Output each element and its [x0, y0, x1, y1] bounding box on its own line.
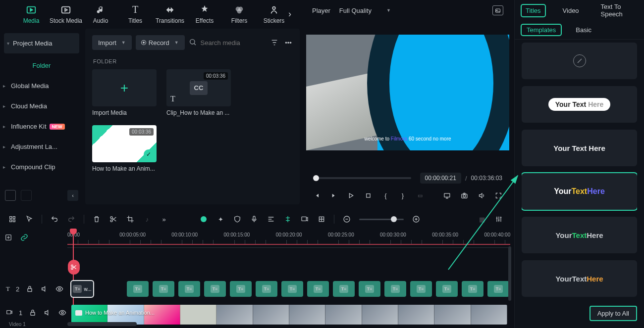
top-more-chevron-icon[interactable]: › — [285, 0, 295, 28]
snapshot-icon[interactable] — [492, 5, 503, 15]
link-icon[interactable] — [20, 233, 29, 242]
title-clip[interactable]: T≡ — [178, 281, 200, 297]
music-icon[interactable]: ♪ — [143, 215, 152, 224]
media-card-clip[interactable]: 00:03:36 CC T Clip_How to Make an ... — [166, 69, 231, 116]
search-input[interactable] — [201, 39, 266, 47]
track-lock-icon[interactable] — [25, 284, 34, 293]
track-mute-icon[interactable] — [40, 284, 49, 293]
filter-icon[interactable] — [270, 38, 279, 47]
track-visible-icon[interactable] — [55, 284, 64, 293]
sidebar-item-global-media[interactable]: ▸ Global Media — [0, 76, 83, 96]
title-clip[interactable]: T≡ — [359, 281, 380, 297]
sidebar-item-folder[interactable]: Folder — [0, 55, 83, 76]
title-clip[interactable]: T≡ — [230, 281, 252, 297]
title-clip[interactable]: T≡ — [153, 281, 174, 297]
zoom-in-icon[interactable] — [412, 215, 421, 224]
smart-cut-icon[interactable] — [283, 215, 292, 224]
media-card-video[interactable]: 00:03:36 ✓ How to Make an Anim... — [92, 125, 157, 172]
ai-icon[interactable] — [199, 215, 208, 224]
prev-frame-icon[interactable] — [313, 191, 321, 200]
mark-in-icon[interactable]: { — [382, 191, 389, 200]
sidebar-item-project-media[interactable]: ▾ Project Media — [4, 33, 79, 53]
fullscreen-icon[interactable] — [495, 191, 502, 200]
select-tool-icon[interactable] — [8, 215, 17, 224]
track-mute-icon[interactable] — [43, 308, 52, 317]
title-clip[interactable]: T≡ — [281, 281, 303, 297]
track-lock-icon[interactable] — [28, 308, 37, 317]
top-tab-filters[interactable]: Filters — [222, 0, 257, 28]
title-clip[interactable]: T≡ — [487, 281, 509, 297]
template-pill[interactable]: Your Text Here — [522, 86, 637, 123]
title-clip[interactable]: T≡w... — [71, 281, 93, 297]
top-tab-stock[interactable]: Stock Media — [49, 0, 83, 28]
more-icon[interactable]: ••• — [284, 38, 293, 47]
sidebar-item-compound-clip[interactable]: ▸ Compound Clip — [0, 157, 83, 177]
subtitle-icon[interactable] — [267, 215, 275, 224]
title-clip[interactable]: T≡ — [462, 281, 483, 297]
delete-icon[interactable] — [92, 215, 101, 224]
display-icon[interactable] — [443, 191, 451, 200]
rtab-video[interactable]: Video — [559, 5, 583, 16]
rsub-basic[interactable]: Basic — [571, 25, 596, 35]
track-visible-icon[interactable] — [58, 308, 67, 317]
top-tab-media[interactable]: Media — [14, 0, 49, 28]
import-dropdown[interactable]: Import▼ — [92, 35, 132, 50]
sparkle-icon[interactable]: ✦ — [216, 215, 225, 224]
ratio-icon[interactable]: ▭ — [416, 191, 424, 200]
top-tab-audio[interactable]: Audio — [83, 0, 118, 28]
stop-icon[interactable] — [365, 191, 372, 200]
template-rainbow[interactable]: Your Text Here — [522, 173, 637, 210]
title-track-body[interactable]: T≡w...T≡T≡T≡T≡T≡T≡T≡T≡T≡T≡T≡T≡T≡T≡T≡ — [67, 280, 507, 298]
top-tab-titles[interactable]: T Titles — [118, 0, 153, 28]
marker-icon[interactable] — [317, 215, 326, 224]
mark-out-icon[interactable]: } — [399, 191, 407, 200]
video-clip[interactable]: How to Make an Animation... — [71, 305, 507, 325]
volume-icon[interactable] — [478, 191, 485, 200]
quality-dropdown[interactable]: Full Quality▼ — [339, 7, 391, 14]
pointer-tool-icon[interactable] — [25, 215, 34, 224]
shield-icon[interactable] — [233, 215, 242, 224]
time-ruler[interactable]: 00:0000:00:05:0000:00:10:0000:00:15:0000… — [67, 229, 510, 248]
title-clip[interactable]: T≡ — [127, 281, 149, 297]
new-bin-icon[interactable] — [21, 190, 32, 201]
template-plain[interactable]: Your Text Here — [522, 130, 637, 166]
apply-to-all-button[interactable]: Apply to All — [590, 306, 637, 321]
mic-icon[interactable] — [250, 215, 259, 224]
top-tab-effects[interactable]: Effects — [187, 0, 222, 28]
video-track-body[interactable]: How to Make an Animation... — [67, 304, 507, 322]
title-clip[interactable]: T≡ — [204, 281, 226, 297]
track-add-icon[interactable] — [4, 233, 13, 242]
title-clip[interactable]: T≡ — [410, 281, 432, 297]
sidebar-item-influence-kit[interactable]: ▸ Influence Kit NEW — [0, 116, 83, 137]
template-none[interactable] — [522, 43, 637, 79]
top-tab-transitions[interactable]: Transitions — [153, 0, 187, 28]
rtab-tts[interactable]: Text To Speech — [597, 1, 637, 20]
cut-handle-icon[interactable] — [68, 260, 80, 275]
sidebar-item-cloud-media[interactable]: ▸ Cloud Media — [0, 96, 83, 116]
sidebar-item-adjustment-layer[interactable]: ▸ Adjustment La... — [0, 137, 83, 157]
template-green[interactable]: Your Text Here — [522, 217, 637, 253]
next-frame-icon[interactable] — [330, 191, 338, 200]
rsub-templates[interactable]: Templates — [522, 25, 561, 35]
play-icon[interactable] — [347, 191, 355, 200]
undo-icon[interactable] — [50, 215, 59, 224]
scrub-bar[interactable] — [313, 177, 411, 179]
zoom-out-icon[interactable] — [342, 215, 351, 224]
more-tools-icon[interactable]: » — [160, 215, 168, 224]
title-clip[interactable]: T≡ — [256, 281, 277, 297]
record-dropdown[interactable]: Record▼ — [136, 35, 185, 50]
media-card-import[interactable]: + Import Media — [92, 69, 157, 116]
timeline-scrollbar[interactable] — [67, 322, 507, 326]
grid-view-icon[interactable]: ▦ — [478, 215, 486, 224]
title-clip[interactable]: T≡ — [436, 281, 458, 297]
split-icon[interactable] — [109, 215, 118, 224]
redo-icon[interactable] — [67, 215, 76, 224]
title-clip[interactable]: T≡ — [307, 281, 329, 297]
mixer-icon[interactable] — [494, 215, 503, 224]
collapse-sidebar-icon[interactable]: ‹ — [67, 190, 78, 201]
camera-icon[interactable] — [461, 191, 468, 200]
title-clip[interactable]: T≡ — [333, 281, 355, 297]
rtab-titles[interactable]: Titles — [522, 5, 545, 16]
crop-icon[interactable] — [126, 215, 135, 224]
screen-rec-icon[interactable] — [300, 215, 309, 224]
